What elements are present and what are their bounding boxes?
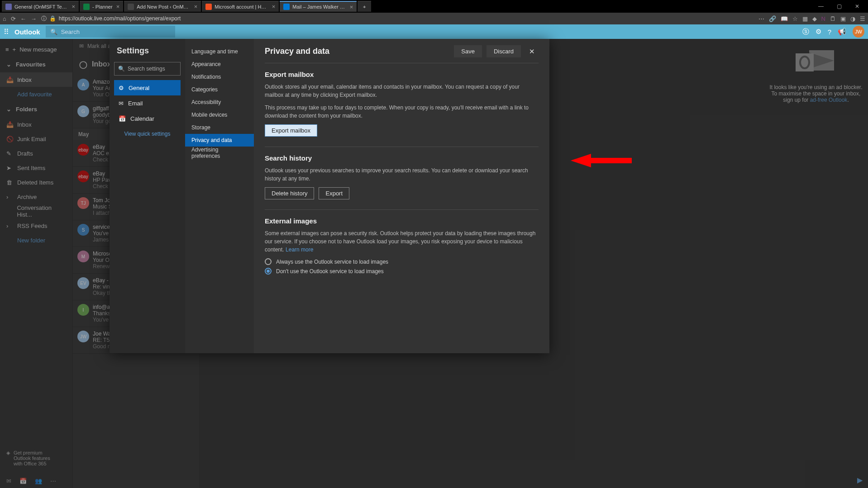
onenote-icon[interactable]: N (821, 15, 825, 22)
settings-categories: Settings 🔍Search settings ⚙General ✉Emai… (110, 39, 185, 353)
subcat-item[interactable]: Advertising preferences (185, 147, 254, 159)
forward-icon[interactable]: → (31, 15, 37, 22)
info-icon[interactable]: ⓘ (41, 15, 47, 23)
help-icon[interactable]: ? (828, 28, 831, 36)
outlook-header: ⠿ Outlook 🔍 Search ⓢ ⚙ ? 📢 JW (0, 24, 868, 39)
announce-icon[interactable]: 📢 (838, 28, 846, 36)
home-icon[interactable]: ⌂ (3, 15, 6, 22)
subcat-item[interactable]: Storage (185, 121, 254, 134)
radio-checked-icon (265, 268, 272, 275)
category-calendar[interactable]: 📅Calendar (114, 111, 181, 126)
view-quick-settings-link[interactable]: View quick settings (114, 131, 181, 137)
subcat-item[interactable]: Mobile devices (185, 109, 254, 121)
search-input[interactable]: 🔍 Search (46, 26, 175, 38)
browser-tab[interactable]: Microsoft account | Home× (202, 1, 279, 12)
settings-content: Privacy and data Save Discard ✕ Export m… (254, 39, 549, 353)
subcat-item[interactable]: Notifications (185, 71, 254, 83)
close-window-icon[interactable]: ✕ (848, 3, 866, 9)
browser-toolbar: ⌂ ⟳ ← → ⓘ 🔒 https://outlook.live.com/mai… (0, 13, 868, 24)
export-history-button[interactable]: Export (319, 187, 349, 199)
search-icon: 🔍 (118, 66, 125, 72)
notes-icon[interactable]: 🗒 (830, 15, 836, 22)
browser-tab[interactable]: Add New Post ‹ OnMSFT.com — W× (124, 1, 201, 12)
close-icon[interactable]: × (272, 3, 276, 10)
close-dialog-button[interactable]: ✕ (525, 46, 539, 57)
discard-button[interactable]: Discard (486, 45, 521, 57)
back-icon[interactable]: ← (20, 15, 26, 22)
browser-tab-active[interactable]: Mail – James Walker - Outlook× (280, 1, 357, 12)
brand-label[interactable]: Outlook (14, 28, 40, 36)
menu-icon[interactable]: ☰ (860, 15, 865, 22)
section-search-history: Search history (265, 154, 539, 162)
subcat-privacy-data[interactable]: Privacy and data (185, 134, 254, 147)
save-button[interactable]: Save (454, 45, 482, 57)
radio-always-load[interactable]: Always use the Outlook service to load i… (265, 258, 539, 265)
settings-subcategories: Language and time Appearance Notificatio… (185, 39, 254, 353)
section-export-mailbox: Export mailbox (265, 71, 539, 78)
refresh-icon[interactable]: ⟳ (11, 15, 16, 22)
close-icon[interactable]: × (72, 3, 75, 10)
close-icon[interactable]: × (194, 3, 198, 10)
ext-icon[interactable]: ◆ (812, 15, 817, 22)
maximize-icon[interactable]: ▢ (830, 3, 848, 9)
settings-title: Settings (114, 46, 181, 56)
export-mailbox-button[interactable]: Export mailbox (265, 124, 317, 137)
settings-icon[interactable]: ⚙ (816, 28, 821, 36)
profile-icon[interactable]: ◑ (850, 15, 855, 22)
radio-dont-load[interactable]: Don't use the Outlook service to load im… (265, 268, 539, 275)
subcat-item[interactable]: Accessibility (185, 96, 254, 109)
radio-icon (265, 258, 272, 265)
window-controls: — ▢ ✕ (812, 3, 866, 9)
settings-dialog: Settings 🔍Search settings ⚙General ✉Emai… (110, 39, 549, 353)
app-launcher-icon[interactable]: ⠿ (4, 28, 9, 36)
subcat-item[interactable]: Categories (185, 83, 254, 96)
learn-more-link[interactable]: Learn more (286, 246, 313, 253)
browser-tab[interactable]: - Planner× (80, 1, 123, 12)
subcat-item[interactable]: Appearance (185, 58, 254, 71)
tabs-icon[interactable]: ▣ (840, 15, 846, 22)
panel-title: Privacy and data (265, 47, 329, 56)
gear-icon: ⚙ (119, 85, 124, 91)
favorite-icon[interactable]: ☆ (792, 15, 798, 22)
skype-icon[interactable]: ⓢ (802, 28, 809, 36)
delete-history-button[interactable]: Delete history (265, 187, 314, 199)
section-external-images: External images (265, 217, 539, 225)
mail-icon: ✉ (119, 100, 124, 107)
ext-icon[interactable]: ▦ (802, 15, 808, 22)
more-icon[interactable]: ⋯ (758, 15, 764, 22)
browser-tab[interactable]: General (OnMSFT Team) | Micr× (2, 1, 79, 12)
url-text: https://outlook.live.com/mail/options/ge… (59, 15, 181, 22)
extension-icon[interactable]: 🔗 (769, 15, 776, 22)
calendar-icon: 📅 (119, 115, 126, 122)
search-icon: 🔍 (50, 28, 57, 35)
subcat-item[interactable]: Language and time (185, 45, 254, 58)
close-icon[interactable]: × (350, 4, 353, 10)
reading-icon[interactable]: 📖 (781, 15, 788, 22)
settings-search-input[interactable]: 🔍Search settings (114, 62, 181, 76)
minimize-icon[interactable]: — (812, 3, 830, 9)
lock-icon: 🔒 (49, 15, 56, 22)
close-icon[interactable]: × (116, 3, 120, 10)
browser-tab-strip: General (OnMSFT Team) | Micr× - Planner×… (0, 0, 868, 13)
new-tab-button[interactable]: + (358, 1, 371, 12)
user-avatar[interactable]: JW (853, 26, 864, 38)
address-bar[interactable]: ⓘ 🔒 https://outlook.live.com/mail/option… (41, 15, 754, 23)
category-general[interactable]: ⚙General (114, 80, 181, 95)
category-email[interactable]: ✉Email (114, 95, 181, 111)
